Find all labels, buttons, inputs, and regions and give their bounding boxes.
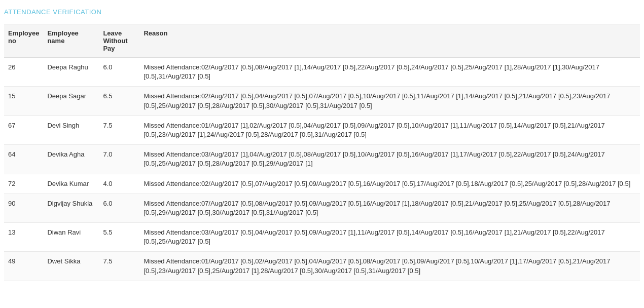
- cell-emp-name: Devika Agha: [43, 145, 99, 174]
- cell-lwp: 5.5: [99, 223, 139, 252]
- header-lwp: Leave Without Pay: [99, 24, 139, 58]
- cell-emp-name: Deepa Sagar: [43, 87, 99, 115]
- cell-reason: Missed Attendance:03/Aug/2017 [0.5],04/A…: [139, 223, 640, 252]
- cell-reason: Missed Attendance:01/Aug/2017 [0.5],02/A…: [139, 252, 640, 281]
- table-row: 72Devika Kumar4.0Missed Attendance:02/Au…: [4, 174, 640, 194]
- cell-reason: Missed Attendance:02/Aug/2017 [0.5],08/A…: [139, 58, 640, 87]
- cell-lwp: 7.5: [99, 252, 139, 281]
- cell-emp-no: 13: [4, 223, 43, 252]
- cell-reason: Missed Attendance:01/Aug/2017 [1],02/Aug…: [139, 115, 640, 144]
- table-row: 15Deepa Sagar6.5Missed Attendance:02/Aug…: [4, 87, 640, 115]
- cell-emp-name: Diwan Ravi: [43, 223, 99, 252]
- attendance-table: Employee no Employee name Leave Without …: [4, 24, 640, 281]
- cell-emp-name: Dwet Sikka: [43, 252, 99, 281]
- table-row: 64Devika Agha7.0Missed Attendance:03/Aug…: [4, 145, 640, 174]
- cell-emp-no: 90: [4, 194, 43, 222]
- cell-emp-no: 64: [4, 145, 43, 174]
- cell-emp-no: 72: [4, 174, 43, 194]
- cell-reason: Missed Attendance:02/Aug/2017 [0.5],04/A…: [139, 87, 640, 115]
- table-header-row: Employee no Employee name Leave Without …: [4, 24, 640, 58]
- page-title: ATTENDANCE VERIFICATION: [4, 8, 640, 16]
- header-reason: Reason: [139, 24, 640, 58]
- cell-emp-name: Deepa Raghu: [43, 58, 99, 87]
- cell-emp-no: 26: [4, 58, 43, 87]
- cell-emp-no: 15: [4, 87, 43, 115]
- table-row: 90Digvijay Shukla6.0Missed Attendance:07…: [4, 194, 640, 222]
- table-row: 67Devi Singh7.5Missed Attendance:01/Aug/…: [4, 115, 640, 144]
- cell-lwp: 6.0: [99, 58, 139, 87]
- cell-lwp: 4.0: [99, 174, 139, 194]
- cell-lwp: 7.0: [99, 145, 139, 174]
- table-row: 13Diwan Ravi5.5Missed Attendance:03/Aug/…: [4, 223, 640, 252]
- attendance-table-wrapper: Employee no Employee name Leave Without …: [4, 24, 640, 281]
- cell-lwp: 7.5: [99, 115, 139, 144]
- cell-emp-name: Devika Kumar: [43, 174, 99, 194]
- cell-reason: Missed Attendance:02/Aug/2017 [0.5],07/A…: [139, 174, 640, 194]
- cell-emp-name: Devi Singh: [43, 115, 99, 144]
- header-emp-name: Employee name: [43, 24, 99, 58]
- cell-emp-name: Digvijay Shukla: [43, 194, 99, 222]
- header-emp-no: Employee no: [4, 24, 43, 58]
- cell-emp-no: 67: [4, 115, 43, 144]
- cell-emp-no: 49: [4, 252, 43, 281]
- cell-lwp: 6.5: [99, 87, 139, 115]
- cell-reason: Missed Attendance:07/Aug/2017 [0.5],08/A…: [139, 194, 640, 222]
- table-row: 26Deepa Raghu6.0Missed Attendance:02/Aug…: [4, 58, 640, 87]
- cell-reason: Missed Attendance:03/Aug/2017 [1],04/Aug…: [139, 145, 640, 174]
- table-row: 49Dwet Sikka7.5Missed Attendance:01/Aug/…: [4, 252, 640, 281]
- cell-lwp: 6.0: [99, 194, 139, 222]
